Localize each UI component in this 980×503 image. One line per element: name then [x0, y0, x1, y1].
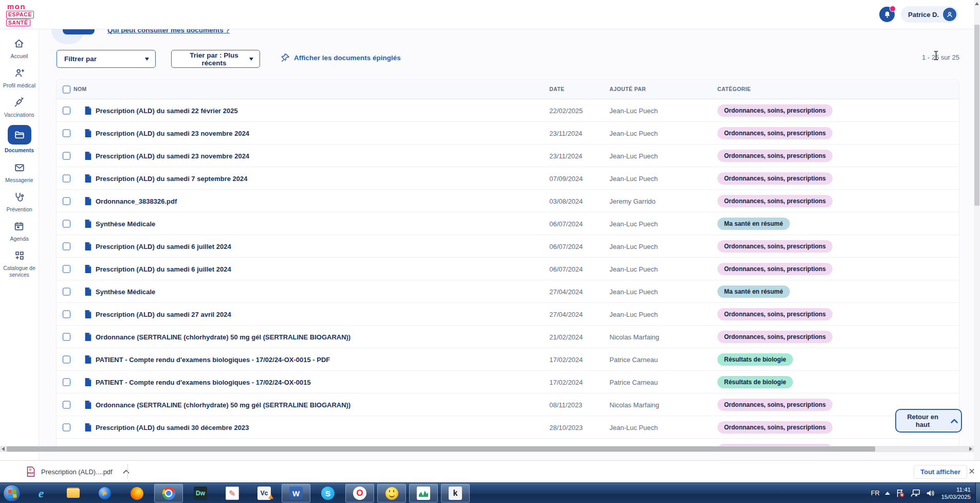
Prescription (ALD) du samedi 23 novembre 2024[interactable]: Prescription (ALD) du samedi 23 novembre… [57, 122, 959, 145]
document-name: PATIENT - Compte rendu d'examens biologi… [96, 355, 330, 363]
taskbar-file-explorer-icon[interactable] [59, 484, 87, 502]
document-added-by: Nicolas Marfaing [609, 333, 659, 340]
document-date: 27/04/2024 [549, 310, 583, 318]
taskbar-k-app-icon[interactable]: k [441, 484, 470, 502]
taskbar-image-editor-icon[interactable] [218, 484, 247, 502]
Synthèse Médicale[interactable]: Synthèse Médicale 06/07/2024 Jean-Luc Pu… [57, 212, 959, 235]
horizontal-scrollbar[interactable] [0, 446, 974, 452]
PATIENT - Compte rendu d'examens biologiques - 17/02/24-OX-0015[interactable]: PATIENT - Compte rendu d'examens biologi… [57, 371, 959, 393]
row-checkbox[interactable] [63, 355, 70, 363]
language-indicator[interactable]: FR [871, 490, 880, 497]
row-checkbox[interactable] [63, 310, 70, 318]
document-icon [84, 242, 92, 251]
row-checkbox[interactable] [63, 333, 70, 340]
column-header-category[interactable]: CATÉGORIE [717, 86, 751, 92]
downloaded-file-item[interactable]: PDFG Prescription (ALD)....pdf [27, 461, 130, 482]
action-center-flag-icon[interactable] [896, 489, 905, 498]
column-header-date[interactable]: DATE [549, 86, 564, 92]
notifications-button[interactable] [879, 7, 895, 22]
Prescription (ALD) du samedi 27 avril 2024[interactable]: Prescription (ALD) du samedi 27 avril 20… [57, 303, 959, 326]
sidebar-item-prevention[interactable]: Prévention [6, 190, 32, 213]
column-header-added-by[interactable]: AJOUTÉ PAR [609, 86, 646, 92]
sidebar-item-catalogue-de-services[interactable]: Catalogue de services [3, 249, 36, 278]
scroll-up-arrow-icon[interactable] [975, 2, 979, 5]
row-checkbox[interactable] [63, 174, 70, 182]
network-icon[interactable] [911, 489, 920, 497]
taskbar-opera-icon[interactable]: O [345, 484, 374, 502]
row-checkbox[interactable] [63, 242, 70, 250]
chevron-up-icon[interactable] [123, 470, 130, 474]
Ordonnance (SERTRALINE (chlorhydrate) 50 mg gél (SERTRALINE BIOGARAN))[interactable]: Ordonnance (SERTRALINE (chlorhydrate) 50… [57, 326, 959, 348]
tray-expand-icon[interactable] [885, 492, 890, 495]
chevron-up-icon [951, 419, 958, 423]
Prescription (ALD) du samedi 6 juillet 2024[interactable]: Prescription (ALD) du samedi 6 juillet 2… [57, 235, 959, 258]
services-icon [13, 249, 26, 262]
row-checkbox[interactable] [63, 152, 70, 159]
vertical-scrollbar[interactable] [974, 0, 980, 482]
scroll-left-arrow-icon[interactable] [2, 447, 5, 451]
category-badge: Ordonnances, soins, prescriptions [717, 150, 833, 162]
Prescription (ALD) du samedi 6 juillet 2024[interactable]: Prescription (ALD) du samedi 6 juillet 2… [57, 258, 959, 280]
Prescription (ALD) du samedi 23 novembre 2024[interactable]: Prescription (ALD) du samedi 23 novembre… [57, 145, 959, 167]
horizontal-scrollbar-thumb[interactable] [7, 446, 875, 452]
sidebar-item-label: Vaccinations [4, 112, 34, 118]
row-checkbox[interactable] [63, 220, 70, 227]
taskbar-media-player-icon[interactable] [90, 484, 119, 502]
volume-icon[interactable] [926, 489, 935, 497]
document-icon [84, 106, 92, 115]
row-checkbox[interactable] [63, 401, 70, 408]
Ordonnance_3838326.pdf[interactable]: Ordonnance_3838326.pdf 03/08/2024 Jeremy… [57, 190, 959, 212]
row-checkbox[interactable] [63, 106, 70, 114]
scroll-right-arrow-icon[interactable] [969, 447, 972, 451]
taskbar-dreamweaver-icon[interactable]: Dw [186, 484, 215, 502]
filter-dropdown[interactable]: Filtrer par [57, 50, 156, 68]
show-pinned-documents-button[interactable]: Afficher les documents épinglés [281, 53, 401, 63]
row-checkbox[interactable] [63, 378, 70, 386]
sidebar-item-profil-medical[interactable]: Profil médical [3, 66, 35, 89]
show-desktop-button[interactable] [975, 483, 980, 503]
sidebar-item-agenda[interactable]: Agenda [10, 220, 28, 242]
document-name: Prescription (ALD) du samedi 30 décembre… [96, 423, 249, 431]
user-menu-button[interactable]: Patrice D. [901, 6, 958, 23]
sort-dropdown[interactable]: Trier par : Plus récents [171, 50, 260, 68]
back-to-top-button[interactable]: Retour en haut [895, 409, 962, 433]
row-checkbox[interactable] [63, 265, 70, 273]
row-checkbox[interactable] [63, 423, 70, 431]
select-all-checkbox[interactable] [63, 85, 70, 93]
column-header-name[interactable]: NOM [73, 86, 87, 92]
sidebar-item-accueil[interactable]: Accueil [11, 37, 28, 60]
row-checkbox[interactable] [63, 197, 70, 205]
Prescription (ALD) du samedi 22 février 2025[interactable]: Prescription (ALD) du samedi 22 février … [57, 99, 959, 122]
start-button[interactable] [3, 484, 21, 502]
row-checkbox[interactable] [63, 129, 70, 137]
document-name: Synthèse Médicale [96, 220, 155, 227]
sidebar: Accueil Profil médical Vaccinations Docu… [0, 29, 39, 460]
Prescription (ALD) du samedi 7 septembre 2024[interactable]: Prescription (ALD) du samedi 7 septembre… [57, 167, 959, 190]
PATIENT - Compte rendu d'examens biologiques - 17/02/24-OX-0015 - PDF[interactable]: PATIENT - Compte rendu d'examens biologi… [57, 348, 959, 371]
sidebar-item-vaccinations[interactable]: Vaccinations [4, 96, 34, 118]
taskbar-firefox-icon[interactable] [122, 484, 151, 502]
taskbar-waveform-app-icon[interactable] [409, 484, 438, 502]
Ordonnance (SERTRALINE (chlorhydrate) 50 mg gél (SERTRALINE BIOGARAN))[interactable]: Ordonnance (SERTRALINE (chlorhydrate) 50… [57, 393, 959, 416]
show-all-downloads-button[interactable]: Tout afficher [914, 465, 967, 479]
sidebar-item-documents[interactable]: Documents [5, 125, 34, 154]
taskbar-internet-explorer-icon[interactable]: e [27, 484, 56, 502]
close-downloads-bar-button[interactable]: ✕ [966, 465, 978, 478]
document-icon [84, 151, 92, 160]
taskbar-chrome-icon[interactable] [154, 484, 183, 502]
category-badge: Ordonnances, soins, prescriptions [717, 104, 833, 117]
taskbar-skype-icon[interactable]: S [313, 484, 342, 502]
taskbar-clock[interactable]: 11:41 15/03/2025 [941, 486, 971, 500]
sidebar-item-messagerie[interactable]: Messagerie [5, 161, 33, 184]
sidebar-item-label: Prévention [6, 206, 32, 213]
document-icon [84, 400, 92, 409]
taskbar-vc-icon[interactable]: Vc [250, 484, 279, 502]
taskbar-word-icon[interactable]: W [282, 484, 310, 502]
row-checkbox[interactable] [63, 288, 70, 295]
app-logo[interactable]: mon ESPACE SANTÉ [6, 3, 34, 26]
vertical-scrollbar-thumb[interactable] [974, 25, 979, 206]
document-date: 03/08/2024 [549, 197, 583, 205]
Synthèse Médicale[interactable]: Synthèse Médicale 27/04/2024 Jean-Luc Pu… [57, 280, 959, 303]
Prescription (ALD) du samedi 30 décembre 2023[interactable]: Prescription (ALD) du samedi 30 décembre… [57, 416, 959, 439]
taskbar-smiley-app-icon[interactable] [377, 484, 406, 502]
